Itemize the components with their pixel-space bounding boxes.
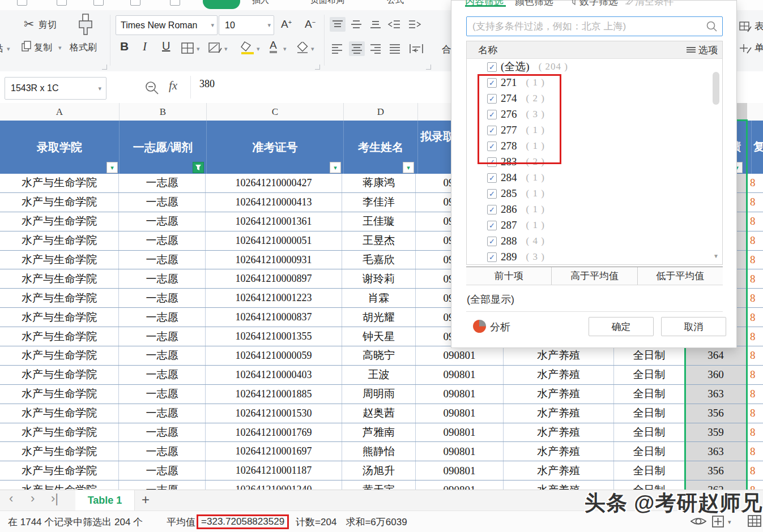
font-name-combobox[interactable]: Times New Roman ▾ [116,15,218,35]
fx-icon[interactable]: fx [169,79,177,93]
cell[interactable]: 364 [685,346,747,365]
scroll-up-icon[interactable]: ▲ [713,45,719,51]
cell[interactable]: 一志愿 [119,461,206,480]
sheet-next-icon[interactable]: › [31,491,35,506]
align-center-icon[interactable] [349,41,365,56]
name-box[interactable]: 1543R x 1C ▾ [5,77,106,100]
cell[interactable]: 全日制 [614,461,685,480]
cell[interactable]: 090801 [416,404,504,423]
cell[interactable]: 水产与生命学院 [0,423,119,442]
decrease-indent-icon[interactable] [387,19,401,30]
cell[interactable]: 一志愿 [119,308,206,327]
cell[interactable]: 水产养殖 [504,385,614,404]
cell[interactable]: 水产与生命学院 [0,346,119,365]
font-color-button[interactable]: A [270,40,277,53]
tab-color-filter[interactable]: 颜色筛选 [515,0,553,7]
cell[interactable]: 362 [685,480,747,490]
filter-dropdown-college[interactable]: ▾ [106,162,118,173]
cell[interactable]: 一志愿 [119,174,206,192]
table-style-button[interactable]: 表 [739,20,763,33]
quick-access-icon[interactable] [93,0,104,6]
cell[interactable]: 水产与生命学院 [0,231,119,250]
cell[interactable]: 090801 [416,385,504,404]
cell[interactable]: 水产与生命学院 [0,327,119,346]
cell[interactable]: 水产与生命学院 [0,385,119,404]
search-icon[interactable] [706,21,718,32]
cell[interactable]: 全日制 [614,346,685,365]
group-launcher-icon[interactable] [102,65,107,70]
cell[interactable]: 水产与生命学院 [0,461,119,480]
group-launcher-icon[interactable] [315,65,320,70]
cell[interactable]: 一志愿 [119,289,206,307]
header-college[interactable]: 录取学院 [0,121,120,174]
filter-active-choice[interactable] [193,162,204,173]
active-ribbon-tab-pill[interactable] [203,0,240,9]
cell[interactable]: 359 [685,423,747,442]
filter-item[interactable]: ✓285( 1 ) [467,186,722,201]
cell[interactable]: 水产与生命学院 [0,289,119,307]
filter-item[interactable]: ✓289( 3 ) [467,249,722,265]
cell[interactable]: 水产与生命学院 [0,251,119,269]
cell[interactable]: 8 [747,308,763,327]
cell[interactable]: 全日制 [614,366,685,384]
cell[interactable]: 一志愿 [119,480,206,490]
fill-color-icon[interactable] [240,41,255,54]
checkbox[interactable]: ✓ [487,221,497,230]
filter-item[interactable]: ✓287( 1 ) [467,217,722,233]
cell[interactable]: 8 [747,269,763,288]
cell[interactable]: 水产养殖 [504,480,614,490]
cell[interactable]: 356 [685,461,747,480]
cell[interactable]: 胡光耀 [342,308,416,327]
cell[interactable]: 钟天星 [342,327,416,346]
cell[interactable]: 一志愿 [119,366,206,384]
zoom-formula-icon[interactable] [144,80,160,95]
cell[interactable]: 102641210001361 [206,212,342,231]
cell[interactable]: 全日制 [614,404,685,423]
cell[interactable]: 8 [747,231,763,250]
sheet-last-icon[interactable]: ›| [51,491,58,506]
cell[interactable]: 8 [747,174,763,192]
cell-style-button[interactable]: 单 [739,41,763,54]
cell[interactable]: 102641210000413 [206,193,342,212]
cell[interactable]: 8 [747,212,763,231]
cell[interactable]: 水产养殖 [504,346,614,365]
cell[interactable]: 356 [685,404,747,423]
align-top-icon[interactable] [330,17,346,32]
cell[interactable]: 全日制 [614,442,685,461]
cell[interactable]: 090801 [416,461,504,480]
cell[interactable]: 水产与生命学院 [0,174,119,192]
borders-icon[interactable] [181,42,194,54]
cell[interactable]: 102641210001885 [206,385,342,404]
cell[interactable]: 一志愿 [119,423,206,442]
cell[interactable]: 8 [747,327,763,346]
cell[interactable]: 102641210001223 [206,289,342,307]
cancel-button[interactable]: 取消 [661,317,726,336]
quick-access-icon[interactable] [130,0,140,6]
cell[interactable]: 102641210001697 [206,442,342,461]
cell[interactable]: 芦雅南 [342,423,416,442]
cell[interactable]: 水产养殖 [504,461,614,480]
cell[interactable]: 王昱杰 [342,231,416,250]
cell[interactable]: 水产与生命学院 [0,442,119,461]
grow-font-button[interactable]: A+ [281,18,292,31]
copy-button[interactable]: 复制 [34,42,52,54]
cell[interactable]: 周明雨 [342,385,416,404]
cell[interactable]: 水产与生命学院 [0,480,119,490]
cell[interactable]: 熊静怡 [342,442,416,461]
filter-search-input[interactable] [471,18,706,35]
fill-color-dropdown-icon[interactable]: ▾ [257,45,260,53]
column-header-b[interactable]: B [120,103,207,121]
clear-format-icon[interactable] [296,42,309,54]
shrink-font-button[interactable]: A− [305,18,316,31]
tab-clear-filter[interactable]: 清空条件 [625,0,674,7]
cell[interactable]: 一志愿 [119,193,206,212]
cut-button[interactable]: 剪切 [39,19,57,31]
cell[interactable]: 王波 [342,366,416,384]
sheet-prev-icon[interactable]: ‹ [9,491,13,506]
quick-access-icon[interactable] [57,0,67,6]
font-size-combobox[interactable]: 10 ▾ [219,15,274,35]
filter-dropdown-ticket[interactable]: ▾ [330,162,341,173]
column-header-c[interactable]: C [207,103,344,121]
tab-number-filter[interactable]: 数字筛选 [570,0,618,7]
cell[interactable]: 一志愿 [119,327,206,346]
